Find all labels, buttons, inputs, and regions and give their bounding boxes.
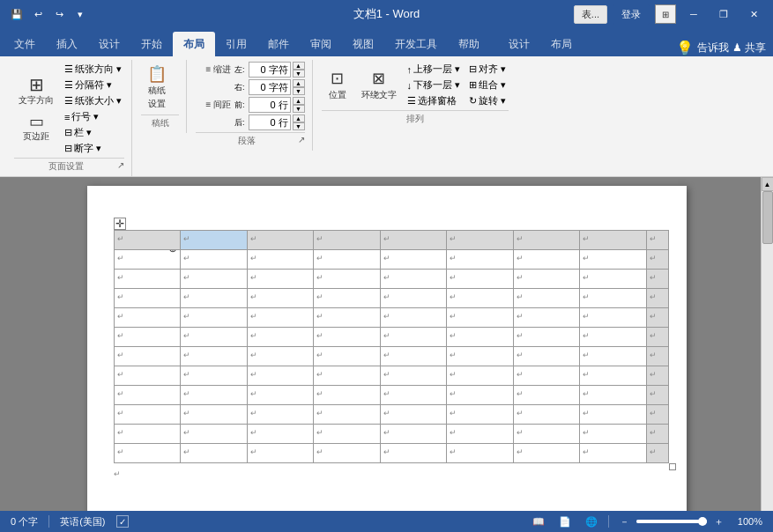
table-cell[interactable]: ↵ — [247, 328, 314, 347]
send-backward-btn[interactable]: ↓ 下移一层 ▾ — [405, 78, 464, 92]
table-cell[interactable]: ↵ — [114, 425, 181, 444]
table-cell[interactable]: ↵ — [114, 308, 181, 328]
scroll-up-btn[interactable]: ▲ — [762, 177, 774, 191]
table-cell[interactable]: ↵ — [247, 250, 314, 270]
orientation-btn[interactable]: ☰ 纸张方向 ▾ — [62, 62, 124, 77]
table-cell[interactable]: ↵ — [447, 308, 514, 328]
table-cell[interactable]: ↵ — [380, 405, 447, 425]
zoom-in-btn[interactable]: ＋ — [710, 514, 727, 530]
table-cell[interactable]: ↵ — [580, 289, 647, 308]
tab-view[interactable]: 视图 — [342, 32, 384, 56]
table-cell[interactable]: ↵ — [580, 231, 647, 250]
table-cell[interactable]: ↵ — [314, 270, 381, 289]
ribbon-tag-btn[interactable]: 表... — [574, 5, 607, 24]
table-cell[interactable]: ↵ — [647, 289, 669, 308]
table-cell[interactable]: ↵ — [380, 444, 447, 463]
table-cell[interactable]: ↵ — [247, 270, 314, 289]
table-cell[interactable]: ↵ — [247, 366, 314, 386]
table-resize-handle[interactable] — [669, 463, 676, 470]
restore-button[interactable]: ❐ — [711, 4, 736, 24]
table-cell[interactable]: ↵ — [447, 270, 514, 289]
table-cell[interactable]: ↵ — [181, 250, 248, 270]
table-cell[interactable]: ↵ — [181, 289, 248, 308]
breaks-btn[interactable]: ☰ 分隔符 ▾ — [62, 78, 124, 92]
table-cell[interactable]: ↵ — [447, 231, 514, 250]
table-cell[interactable]: ↵ — [647, 425, 669, 444]
spacing-after-input[interactable] — [249, 115, 291, 130]
table-cell[interactable]: ↵ — [181, 308, 248, 328]
group-btn[interactable]: ⊞ 组合 ▾ — [466, 78, 509, 92]
bring-forward-btn[interactable]: ↑ 上移一层 ▾ — [405, 62, 464, 77]
table-cell[interactable]: ↵ — [380, 366, 447, 386]
undo-qa-btn[interactable]: ↩ — [28, 4, 48, 24]
selection-pane-btn[interactable]: ☰ 选择窗格 — [405, 93, 464, 108]
table-cell[interactable]: ↵ — [247, 444, 314, 463]
table-cell[interactable]: ↵ — [114, 405, 181, 425]
spacing-before-down[interactable]: ▼ — [293, 105, 305, 113]
text-direction-btn[interactable]: ⊞ 文字方向 — [14, 73, 58, 109]
table-cell[interactable]: ↵ — [580, 270, 647, 289]
table-cell[interactable]: ↵ — [447, 425, 514, 444]
table-cell[interactable]: ↵ — [447, 386, 514, 405]
table-cell[interactable]: ↵ — [314, 386, 381, 405]
help-icon[interactable]: 💡 — [676, 40, 694, 56]
table-cell[interactable]: ↵ — [314, 444, 381, 463]
align-btn[interactable]: ⊟ 对齐 ▾ — [466, 62, 509, 77]
tab-developer[interactable]: 开发工具 — [384, 32, 448, 56]
table-cell[interactable]: ↵ — [647, 366, 669, 386]
table-cell[interactable]: ↵ — [181, 347, 248, 366]
table-cell[interactable]: ↵ — [380, 425, 447, 444]
spacing-before-input[interactable] — [249, 97, 291, 113]
table-cell[interactable]: ↵ — [513, 405, 580, 425]
table-cell[interactable]: ↵ — [247, 425, 314, 444]
tab-references[interactable]: 引用 — [215, 32, 257, 56]
tab-help[interactable]: 帮助 — [448, 32, 490, 56]
print-layout-btn[interactable]: 📄 — [555, 514, 575, 529]
table-cell[interactable]: ↵ — [513, 231, 580, 250]
table-cell[interactable]: ↵ — [447, 347, 514, 366]
table-cell[interactable]: ↵ — [247, 308, 314, 328]
table-cell[interactable]: ↵ — [247, 386, 314, 405]
table-cell[interactable]: ↵ — [580, 328, 647, 347]
table-cell[interactable]: ↵ — [114, 328, 181, 347]
tab-insert[interactable]: 插入 — [46, 32, 88, 56]
table-cell[interactable]: ↵ — [580, 444, 647, 463]
window-icon-btn[interactable]: ⊞ — [655, 4, 676, 24]
table-cell[interactable]: ↵ — [647, 250, 669, 270]
paragraph-expand-icon[interactable]: ↗ — [298, 135, 305, 144]
paper-size-btn[interactable]: ☰ 纸张大小 ▾ — [62, 93, 124, 108]
read-view-btn[interactable]: 📖 — [529, 514, 548, 529]
table-cell[interactable]: ↵ — [380, 386, 447, 405]
table-cell[interactable]: ↵ — [114, 231, 181, 250]
table-cell[interactable]: ↵ — [580, 347, 647, 366]
tell-me-btn[interactable]: 告诉我 — [697, 41, 729, 55]
redo-qa-btn[interactable]: ↪ — [49, 4, 69, 24]
page-setup-expand-icon[interactable]: ↗ — [117, 160, 124, 170]
table-cell[interactable]: ↵ — [181, 444, 248, 463]
minimize-button[interactable]: ─ — [681, 4, 706, 24]
table-cell[interactable]: ↵ — [647, 386, 669, 405]
zoom-level-btn[interactable]: 100% — [734, 514, 766, 528]
table-cell[interactable]: ↵ — [380, 347, 447, 366]
document-table[interactable]: ↵↵↵↵↵↵↵↵↵↵↵↵↵↵↵↵↵↵↵↵↵↵↵↵↵↵↵↵↵↵↵↵↵↵↵↵↵↵↵↵… — [114, 230, 669, 463]
indent-right-input[interactable] — [249, 79, 291, 95]
line-numbers-btn[interactable]: ≡ 行号 ▾ — [62, 109, 124, 124]
zoom-bar[interactable] — [636, 520, 707, 523]
hyphenation-btn[interactable]: ⊟ 断字 ▾ — [62, 141, 124, 156]
table-cell[interactable]: ↵ — [580, 250, 647, 270]
table-cell[interactable]: ↵ — [314, 308, 381, 328]
spacing-before-up[interactable]: ▲ — [293, 97, 305, 105]
table-cell[interactable]: ↵ — [580, 425, 647, 444]
table-cell[interactable]: ↵ — [513, 250, 580, 270]
tab-review[interactable]: 审阅 — [300, 32, 342, 56]
table-cell[interactable]: ↵ — [314, 231, 381, 250]
table-cell[interactable]: ↵ — [114, 289, 181, 308]
web-layout-btn[interactable]: 🌐 — [582, 514, 601, 529]
scroll-thumb[interactable] — [762, 191, 773, 244]
table-cell[interactable]: ↵ — [580, 405, 647, 425]
table-cell[interactable]: ↵ — [513, 425, 580, 444]
tab-file[interactable]: 文件 — [4, 32, 46, 56]
table-cell[interactable]: ↵ — [647, 308, 669, 328]
table-cell[interactable]: ↵ — [380, 328, 447, 347]
table-cell[interactable]: ↵ — [314, 328, 381, 347]
